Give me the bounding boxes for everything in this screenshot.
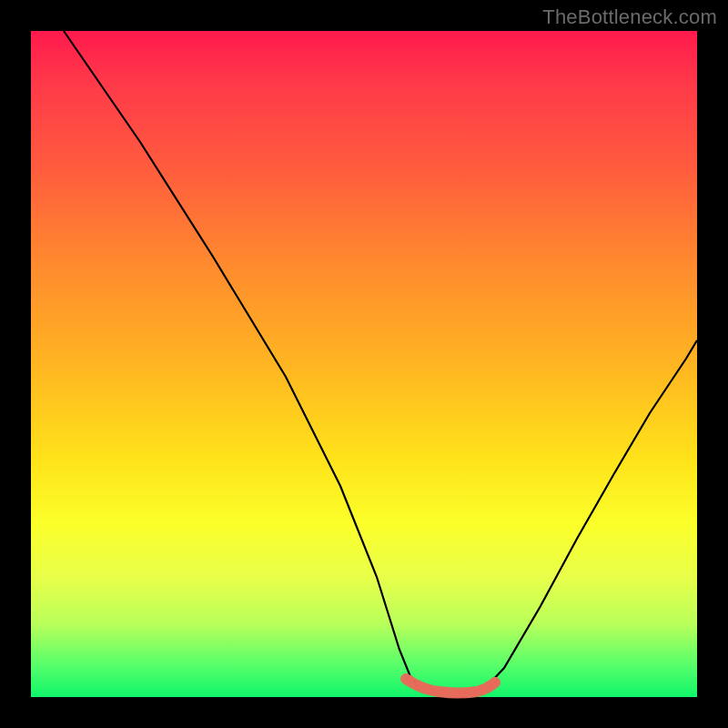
svg-point-7	[469, 687, 478, 696]
svg-point-3	[432, 687, 441, 696]
curve-svg	[31, 31, 697, 697]
curve-left-limb	[64, 31, 411, 679]
watermark-text: TheBottleneck.com	[542, 5, 717, 29]
svg-point-6	[460, 688, 469, 697]
chart-frame: TheBottleneck.com	[0, 0, 728, 728]
svg-point-4	[441, 688, 450, 697]
svg-point-5	[450, 689, 460, 698]
svg-point-0	[405, 675, 414, 684]
svg-point-2	[423, 684, 432, 693]
svg-point-1	[414, 681, 423, 690]
svg-point-10	[490, 677, 500, 686]
curve-right-limb	[490, 340, 697, 682]
gradient-plot-area	[31, 31, 697, 697]
